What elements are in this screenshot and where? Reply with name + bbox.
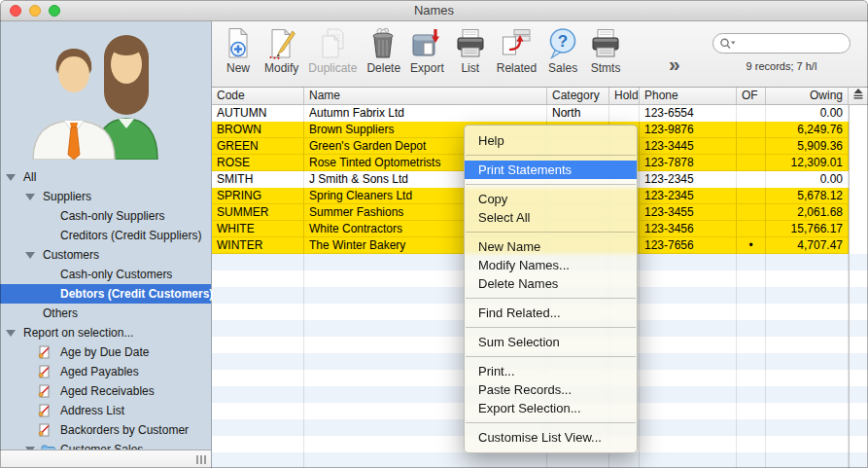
empty-cell bbox=[737, 353, 766, 370]
column-header-phone[interactable]: Phone bbox=[640, 88, 737, 104]
menu-separator bbox=[466, 356, 636, 357]
row-gutter bbox=[849, 320, 868, 337]
disclosure-triangle-icon[interactable] bbox=[6, 174, 16, 181]
column-setup-button[interactable] bbox=[849, 88, 868, 104]
cell-phone: 123-2345 bbox=[640, 171, 737, 188]
toolbar-button-sales[interactable]: ?Sales bbox=[546, 26, 579, 75]
empty-cell bbox=[766, 370, 849, 386]
cell-phone: 123-7656 bbox=[640, 237, 737, 254]
sidebar-item-address-list[interactable]: Address List bbox=[0, 401, 211, 420]
toolbar-overflow-chevron-icon[interactable]: » bbox=[669, 53, 680, 76]
row-gutter bbox=[849, 287, 868, 304]
menu-item-modify-names[interactable]: Modify Names... bbox=[465, 256, 637, 274]
empty-cell bbox=[212, 320, 304, 337]
menu-item-print[interactable]: Print... bbox=[465, 362, 637, 380]
empty-cell bbox=[212, 436, 304, 452]
empty-cell bbox=[212, 254, 304, 270]
empty-cell bbox=[304, 452, 547, 468]
empty-cell bbox=[640, 270, 737, 287]
empty-cell bbox=[609, 452, 640, 468]
help-bubble-icon: ? bbox=[546, 26, 579, 60]
empty-cell bbox=[737, 287, 766, 304]
disclosure-triangle-icon[interactable] bbox=[25, 252, 35, 259]
sidebar-item-suppliers[interactable]: Suppliers bbox=[0, 187, 211, 206]
toolbar-button-label: Stmts bbox=[591, 61, 621, 75]
menu-item-help[interactable]: Help bbox=[465, 131, 637, 150]
sidebar-item-creditors-credit-suppliers[interactable]: Creditors (Credit Suppliers) bbox=[0, 226, 211, 245]
empty-cell bbox=[766, 436, 849, 452]
empty-cell bbox=[212, 304, 304, 320]
empty-cell bbox=[212, 370, 304, 386]
toolbar-button-new[interactable]: New bbox=[222, 26, 255, 75]
toolbar-button-list[interactable]: List bbox=[454, 26, 487, 75]
cell-of bbox=[737, 171, 766, 188]
sidebar-item-label: Aged Payables bbox=[60, 362, 139, 381]
row-gutter bbox=[849, 105, 868, 122]
cell-owing: 6,249.76 bbox=[766, 122, 849, 138]
empty-cell bbox=[737, 436, 766, 452]
cell-of bbox=[737, 221, 766, 237]
row-gutter bbox=[849, 204, 868, 221]
toolbar-button-delete[interactable]: Delete bbox=[366, 26, 400, 75]
column-setup-icon bbox=[852, 88, 864, 104]
sidebar-item-others[interactable]: Others bbox=[0, 304, 211, 323]
column-header-code[interactable]: Code bbox=[212, 88, 304, 104]
sidebar-item-aged-payables[interactable]: Aged Payables bbox=[0, 362, 211, 381]
search-input[interactable] bbox=[736, 36, 844, 52]
menu-item-find-related[interactable]: Find Related... bbox=[465, 304, 637, 322]
menu-item-export-selection[interactable]: Export Selection... bbox=[465, 399, 637, 417]
menu-item-print-statements[interactable]: Print Statements bbox=[465, 161, 637, 179]
toolbar-button-export[interactable]: Export bbox=[410, 26, 444, 75]
empty-cell bbox=[766, 320, 849, 337]
toolbar-button-stmts[interactable]: Stmts bbox=[589, 26, 622, 75]
toolbar-button-related[interactable]: Related bbox=[497, 26, 537, 75]
menu-item-delete-names[interactable]: Delete Names bbox=[465, 274, 637, 293]
table-row-autumn[interactable]: AUTUMNAutumn Fabrix LtdNorth123-65540.00 bbox=[212, 105, 868, 122]
sidebar-item-cash-only-customers[interactable]: Cash-only Customers bbox=[0, 265, 211, 284]
disclosure-triangle-icon[interactable] bbox=[25, 194, 35, 200]
empty-cell bbox=[737, 320, 766, 337]
empty-cell bbox=[766, 452, 849, 468]
menu-item-paste-records[interactable]: Paste Records... bbox=[465, 380, 637, 399]
menu-item-select-all[interactable]: Select All bbox=[465, 208, 637, 227]
empty-cell bbox=[766, 254, 849, 270]
trash-icon bbox=[367, 26, 400, 60]
sidebar-item-debtors-credit-customers[interactable]: Debtors (Credit Customers) bbox=[0, 284, 211, 304]
disclosure-triangle-icon[interactable] bbox=[6, 330, 16, 337]
cell-code: BROWN bbox=[212, 122, 304, 138]
sidebar-item-label: Debtors (Credit Customers) bbox=[60, 284, 213, 304]
sidebar-item-cash-only-suppliers[interactable]: Cash-only Suppliers bbox=[0, 206, 211, 226]
empty-cell bbox=[737, 452, 766, 468]
search-field[interactable] bbox=[712, 33, 851, 54]
sidebar-item-age-by-due-date[interactable]: Age by Due Date bbox=[0, 342, 211, 362]
column-header-hold[interactable]: Hold bbox=[609, 88, 640, 104]
row-gutter bbox=[849, 436, 868, 452]
menu-item-sum-selection[interactable]: Sum Selection bbox=[465, 333, 637, 351]
column-header-owing[interactable]: Owing bbox=[766, 88, 849, 104]
menu-item-copy[interactable]: Copy bbox=[465, 190, 637, 208]
sidebar-item-customers[interactable]: Customers bbox=[0, 245, 211, 265]
toolbar-button-label: Modify bbox=[264, 61, 298, 75]
menu-item-customise-list-view[interactable]: Customise List View... bbox=[465, 428, 637, 447]
cell-owing: 4,707.47 bbox=[766, 237, 849, 254]
empty-cell bbox=[212, 419, 304, 436]
toolbar-button-modify[interactable]: Modify bbox=[264, 26, 298, 75]
cell-code: WINTER bbox=[212, 237, 304, 254]
cell-of bbox=[737, 138, 766, 155]
cell-code: AUTUMN bbox=[212, 105, 304, 122]
sidebar-item-aged-receivables[interactable]: Aged Receivables bbox=[0, 381, 211, 401]
pane-resize-grip[interactable] bbox=[196, 455, 206, 464]
column-header-of[interactable]: OF bbox=[737, 88, 766, 104]
sidebar-item-backorders-by-customer[interactable]: Backorders by Customer bbox=[0, 420, 211, 440]
empty-cell bbox=[640, 337, 737, 353]
sidebar-item-all[interactable]: All bbox=[0, 167, 211, 187]
column-header-category[interactable]: Category bbox=[547, 88, 609, 104]
sidebar-item-report-on-selection[interactable]: Report on selection... bbox=[0, 323, 211, 342]
search-icon[interactable] bbox=[719, 37, 736, 50]
menu-item-new-name[interactable]: New Name bbox=[465, 237, 637, 256]
row-gutter bbox=[849, 155, 868, 171]
column-header-name[interactable]: Name bbox=[304, 88, 547, 104]
cell-code: ROSE bbox=[212, 155, 304, 171]
empty-cell bbox=[737, 337, 766, 353]
toolbar-button-duplicate[interactable]: Duplicate bbox=[308, 26, 357, 75]
